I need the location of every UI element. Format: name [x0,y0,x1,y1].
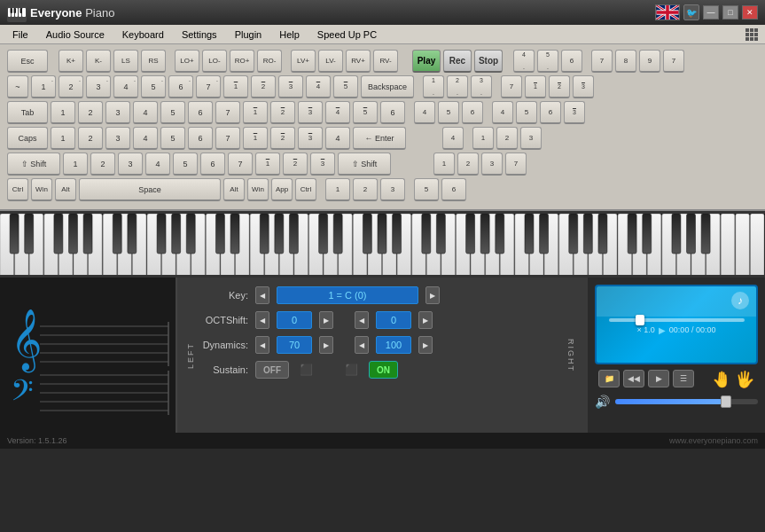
numpad-r3-3[interactable]: 6 [540,101,561,124]
key-shift-3h[interactable]: 3 [310,153,335,176]
key-2-high[interactable]: 2 [251,75,276,98]
key-5-high[interactable]: 5 [333,75,358,98]
numpad-r3-1[interactable]: 4 [492,101,513,124]
numpad-7[interactable]: 7 [591,50,613,73]
key-esc[interactable]: Esc [7,50,48,73]
menu-keyboard[interactable]: Keyboard [113,27,173,42]
key-shift-7[interactable]: 7 [228,153,253,176]
key-tab-5[interactable]: 5 [160,101,185,124]
key-rvminus[interactable]: RV- [373,50,398,73]
key-tab-3[interactable]: 3 [105,101,130,124]
key-shift-4[interactable]: 4 [145,153,170,176]
key-tab-7[interactable]: 7 [215,101,240,124]
key-arrow-left[interactable]: ◀ [255,286,269,304]
key-rvplus[interactable]: RV+ [346,50,371,73]
key-lominus[interactable]: LO- [202,50,227,73]
key-shift-2[interactable]: 2 [90,153,115,176]
menu-audio-source[interactable]: Audio Source [37,27,113,42]
key-caps-5[interactable]: 5 [160,127,185,150]
numpad-r6-3[interactable]: 3 [380,178,405,201]
volume-slider[interactable] [615,399,758,404]
transport-play[interactable]: ▶ [648,370,669,387]
numpad-r6-5[interactable]: 5 [414,178,439,201]
maximize-button[interactable]: □ [722,5,738,20]
numpad-r5-2[interactable]: 2 [457,153,479,176]
menu-plugin[interactable]: Plugin [226,27,271,42]
numpad-3dot[interactable]: 3 [573,75,594,98]
key-caps[interactable]: Caps [7,127,48,150]
numpad-2-2[interactable]: 2 [549,75,570,98]
numpad-r6-6[interactable]: 6 [441,178,466,201]
key-1-high[interactable]: 1 [223,75,248,98]
numpad-5-3[interactable]: 5 [438,101,459,124]
key-shift-1[interactable]: 1 [63,153,88,176]
menu-file[interactable]: File [4,27,37,42]
key-tilde[interactable]: ~ [7,75,28,98]
numpad-8[interactable]: 8 [615,50,636,73]
transport-list[interactable]: ☰ [673,370,694,387]
key-2[interactable]: ·2 [59,75,83,98]
key-app[interactable]: App [271,178,293,201]
numpad-7b[interactable]: 7 [663,50,684,73]
key-tab-4h[interactable]: 4 [325,101,350,124]
stop-button[interactable]: Stop [474,50,503,73]
key-shift-6[interactable]: 6 [200,153,225,176]
key-tab-1h[interactable]: 1 [243,101,268,124]
numpad-r4-2[interactable]: 2 [496,127,518,150]
twitter-icon[interactable]: 🐦 [683,4,699,20]
key-tab-5h[interactable]: 5 [353,101,378,124]
octshift-left-arrow-right[interactable]: ▶ [319,311,333,329]
key-shift-2h[interactable]: 2 [283,153,308,176]
key-rominus[interactable]: RO- [257,50,282,73]
key-shift-5[interactable]: 5 [173,153,198,176]
key-caps-3[interactable]: 3 [105,127,130,150]
key-caps-6[interactable]: 6 [188,127,213,150]
minimize-button[interactable]: — [703,5,719,20]
key-7[interactable]: ·7 [196,75,221,98]
numpad-4-5[interactable]: 4. [513,50,535,73]
sustain-left-off[interactable]: OFF [255,361,289,379]
key-caps-1h[interactable]: 1 [243,127,268,150]
key-backspace[interactable]: Backspace [361,75,414,98]
dynamics-right-arrow-right[interactable]: ▶ [418,336,433,354]
key-alt-left[interactable]: Alt [55,178,76,201]
key-lvminus[interactable]: LV- [318,50,343,73]
numpad-1-2[interactable]: 1 [525,75,546,98]
key-roplus[interactable]: RO+ [230,50,254,73]
dynamics-left-arrow-left[interactable]: ◀ [255,336,269,354]
menu-help[interactable]: Help [270,27,308,42]
key-tab-3h[interactable]: 3 [298,101,323,124]
menu-speed-up-pc[interactable]: Speed Up PC [308,27,386,42]
numpad-r5-3[interactable]: 3 [481,153,503,176]
numpad-2-5[interactable]: 2. [447,75,468,98]
key-space[interactable]: Space [79,178,221,201]
key-caps-1[interactable]: 1 [51,127,75,150]
dynamics-right-arrow-left[interactable]: ◀ [355,336,369,354]
play-button[interactable]: Play [412,50,441,73]
key-tab[interactable]: Tab [7,101,48,124]
key-caps-7[interactable]: 7 [215,127,240,150]
key-enter[interactable]: ← Enter [353,127,406,150]
key-4[interactable]: ·4 [113,75,138,98]
key-3-high[interactable]: 3 [278,75,303,98]
key-alt-right[interactable]: Alt [223,178,245,201]
numpad-6[interactable]: 6 [561,50,582,73]
numpad-r4-3[interactable]: 3 [520,127,542,150]
transport-rewind[interactable]: ◀◀ [623,370,644,387]
numpad-r3-2[interactable]: 5 [516,101,537,124]
key-win-left[interactable]: Win [31,178,52,201]
key-caps-2[interactable]: 2 [78,127,103,150]
volume-thumb[interactable] [721,395,731,408]
key-3[interactable]: ·3 [86,75,111,98]
numpad-r5-7[interactable]: 7 [505,153,527,176]
key-kplus[interactable]: K+ [59,50,83,73]
key-tab-1[interactable]: 1 [51,101,75,124]
key-tab-2[interactable]: 2 [78,101,103,124]
menu-settings[interactable]: Settings [173,27,226,42]
key-caps-3h[interactable]: 3 [298,127,323,150]
numpad-5-5[interactable]: 5. [537,50,558,73]
key-shift-3[interactable]: 3 [118,153,143,176]
key-arrow-right[interactable]: ▶ [425,286,440,304]
key-4-high[interactable]: 4 [306,75,331,98]
key-1[interactable]: ·1 [31,75,56,98]
